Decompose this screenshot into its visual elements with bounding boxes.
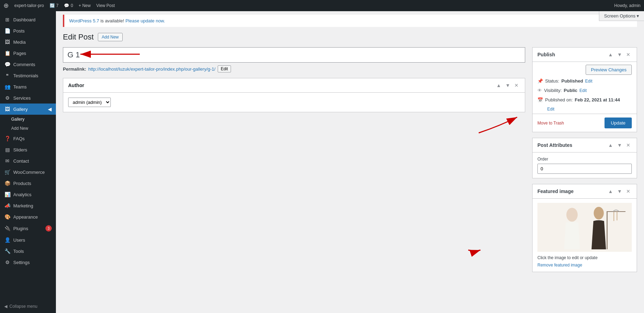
author-select[interactable]: admin (admin) [68, 98, 111, 107]
svg-rect-5 [614, 212, 614, 221]
main-content: WordPress 5.7 is available! Please updat… [56, 11, 644, 313]
sidebar-item-gallery[interactable]: 🖼 Gallery ◀ [0, 104, 56, 115]
update-now-link[interactable]: Please update now. [125, 18, 165, 23]
update-button[interactable]: Update [605, 118, 632, 128]
remove-featured-image-row: Remove featured image [537, 262, 632, 268]
permalink-url[interactable]: http://localhost/luzuk/expert-tailor-pro… [88, 66, 215, 72]
publish-metabox-header: Publish ▲ ▼ ✕ [533, 48, 637, 62]
page-title: Edit Post [63, 33, 94, 42]
sidebar-item-products[interactable]: 📦 Products [0, 178, 56, 189]
status-edit-link[interactable]: Edit [585, 79, 593, 84]
faqs-icon: ❓ [4, 136, 10, 141]
sidebar-item-media[interactable]: 🖼 Media [0, 36, 56, 48]
post-attr-down-button[interactable]: ▼ [616, 142, 623, 149]
marketing-icon: 📣 [4, 203, 10, 208]
plugins-badge: 3 [45, 225, 52, 232]
publish-footer: Move to Trash Update [533, 114, 637, 132]
publish-close-button[interactable]: ✕ [625, 51, 632, 58]
sidebar: ⊞ Dashboard 📄 Posts 🖼 Media 📋 Pages 💬 Co… [0, 11, 56, 313]
collapse-menu-button[interactable]: ◀ Collapse menu [0, 300, 56, 313]
post-title-input[interactable] [63, 47, 525, 63]
author-collapse-down-button[interactable]: ▼ [504, 82, 512, 89]
author-collapse-up-button[interactable]: ▲ [495, 82, 502, 89]
post-attributes-metabox: Post Attributes ▲ ▼ ✕ Order [532, 138, 637, 178]
collapse-icon: ◀ [4, 304, 7, 309]
gallery-submenu-gallery[interactable]: Gallery [0, 115, 56, 124]
publish-metabox-body: Preview Changes 📌 Status: Published Edit… [533, 62, 637, 132]
author-metabox: Author ▲ ▼ ✕ admin (admin) [63, 78, 525, 112]
post-attr-up-button[interactable]: ▲ [607, 142, 614, 149]
adminbar-site-name[interactable]: expert-tailor-pro [14, 3, 44, 8]
sidebar-item-faqs[interactable]: ❓ FAQs [0, 133, 56, 144]
featured-image-up-button[interactable]: ▲ [607, 188, 614, 195]
published-on-row: 📅 Published on: Feb 22, 2021 at 11:44 [533, 95, 637, 105]
featured-image-controls: ▲ ▼ ✕ [607, 188, 632, 195]
sidebar-item-dashboard[interactable]: ⊞ Dashboard [0, 14, 56, 25]
status-icon: 📌 [537, 78, 543, 84]
sidebar-item-appearance[interactable]: 🎨 Appearance [0, 211, 56, 222]
visibility-value: Public [564, 88, 577, 93]
sidebar-item-woocommerce[interactable]: 🛒 WooCommerce [0, 166, 56, 178]
adminbar-new[interactable]: + New [79, 3, 91, 8]
permalink-row: Permalink: http://localhost/luzuk/expert… [63, 65, 525, 72]
sidebar-panels: Publish ▲ ▼ ✕ Preview Changes 📌 [532, 47, 637, 278]
permalink-edit-button[interactable]: Edit [218, 65, 231, 72]
sidebar-item-posts[interactable]: 📄 Posts [0, 25, 56, 36]
author-close-button[interactable]: ✕ [513, 82, 520, 89]
sidebar-item-marketing[interactable]: 📣 Marketing [0, 200, 56, 211]
sidebar-item-teams[interactable]: 👥 Teams [0, 81, 56, 92]
dashboard-icon: ⊞ [4, 17, 10, 22]
featured-image-close-button[interactable]: ✕ [625, 188, 632, 195]
order-label: Order [537, 157, 632, 162]
svg-rect-3 [607, 212, 608, 249]
sidebar-item-tools[interactable]: 🔧 Tools [0, 246, 56, 257]
featured-image-thumbnail[interactable] [537, 203, 632, 252]
post-attr-close-button[interactable]: ✕ [625, 142, 632, 149]
sidebar-item-services[interactable]: ⚙ Services [0, 92, 56, 104]
svg-rect-6 [617, 212, 617, 220]
move-to-trash-link[interactable]: Move to Trash [537, 121, 564, 126]
gallery-arrow-icon: ◀ [48, 106, 52, 112]
sidebar-item-sliders[interactable]: ▤ Sliders [0, 144, 56, 155]
published-on-edit-link[interactable]: Edit [547, 107, 555, 112]
wp-logo-icon[interactable]: ⊕ [3, 2, 9, 9]
gallery-submenu: Gallery Add New [0, 115, 56, 133]
status-row: 📌 Status: Published Edit [533, 76, 637, 86]
users-icon: 👤 [4, 237, 10, 243]
publish-collapse-down-button[interactable]: ▼ [616, 51, 623, 58]
visibility-edit-link[interactable]: Edit [579, 88, 587, 93]
featured-image-body: Click the image to edit or update Remove… [533, 199, 637, 272]
comments-icon: 💬 [4, 62, 10, 67]
adminbar-view-post[interactable]: View Post [96, 3, 115, 8]
featured-image-down-button[interactable]: ▼ [616, 188, 623, 195]
publish-collapse-up-button[interactable]: ▲ [607, 51, 614, 58]
sidebar-item-comments[interactable]: 💬 Comments [0, 59, 56, 70]
post-attributes-controls: ▲ ▼ ✕ [607, 142, 632, 149]
featured-image-header: Featured image ▲ ▼ ✕ [533, 184, 637, 199]
screen-options-button[interactable]: Screen Options ▾ [599, 11, 644, 21]
media-icon: 🖼 [4, 39, 10, 45]
gallery-submenu-add-new[interactable]: Add New [0, 124, 56, 133]
plugins-icon: 🔌 [4, 226, 10, 231]
order-input[interactable] [537, 164, 632, 174]
sidebar-item-settings[interactable]: ⚙ Settings [0, 257, 56, 268]
sidebar-item-analytics[interactable]: 📊 Analytics [0, 189, 56, 200]
sidebar-item-testimonials[interactable]: ❝ Testimonials [0, 70, 56, 81]
preview-changes-button[interactable]: Preview Changes [586, 65, 632, 75]
page-header: Edit Post Add New [63, 33, 637, 42]
featured-image-metabox: Featured image ▲ ▼ ✕ [532, 184, 637, 272]
wp-version-link[interactable]: WordPress 5.7 [69, 18, 99, 23]
author-metabox-controls: ▲ ▼ ✕ [495, 82, 520, 89]
permalink-label: Permalink: [63, 66, 86, 72]
sidebar-item-users[interactable]: 👤 Users [0, 234, 56, 246]
adminbar-comments[interactable]: 💬 0 [64, 3, 73, 8]
adminbar-updates[interactable]: 🔄 7 [50, 3, 59, 8]
svg-point-1 [566, 208, 578, 222]
featured-image-title: Featured image [537, 188, 573, 194]
remove-featured-image-link[interactable]: Remove featured image [537, 263, 582, 268]
add-new-button[interactable]: Add New [98, 33, 123, 41]
sidebar-item-pages[interactable]: 📋 Pages [0, 48, 56, 59]
sidebar-item-contact[interactable]: ✉ Contact [0, 155, 56, 166]
sidebar-item-plugins[interactable]: 🔌 Plugins 3 [0, 222, 56, 234]
posts-icon: 📄 [4, 28, 10, 34]
